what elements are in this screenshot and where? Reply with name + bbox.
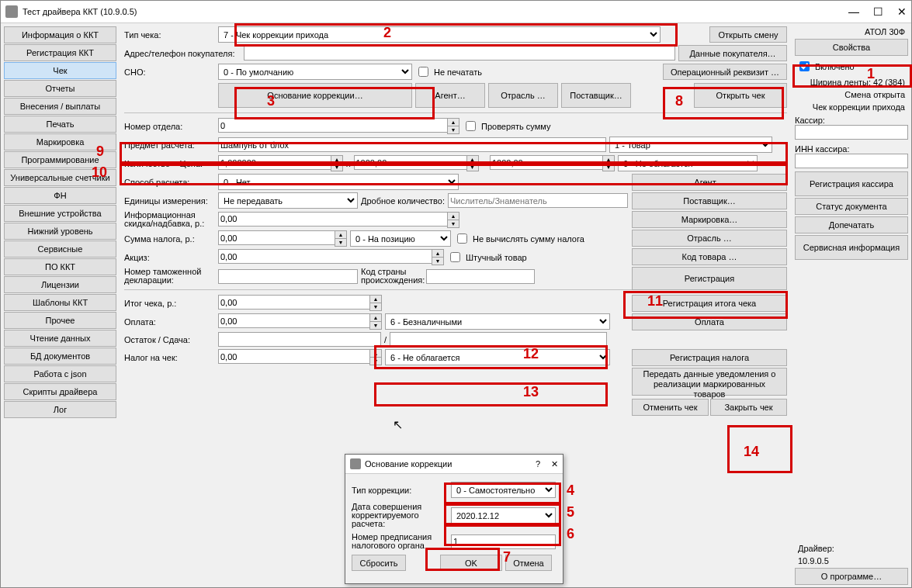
payment-input[interactable] xyxy=(218,313,369,328)
cashier-input[interactable] xyxy=(795,125,908,140)
prescr-num-input[interactable] xyxy=(451,534,556,549)
agent2-button[interactable]: Агент… xyxy=(632,174,787,191)
dialog-help-button[interactable]: ? xyxy=(536,459,540,469)
oper-req-button[interactable]: Операционный реквизит … xyxy=(663,64,787,80)
sidebar-item[interactable]: Сервисные xyxy=(4,240,116,258)
correction-basis-button[interactable]: Основание коррекции… xyxy=(218,83,412,108)
tax-select[interactable]: 6 - Не облагается xyxy=(618,155,758,171)
about-button[interactable]: О программе… xyxy=(795,568,908,585)
sum-input[interactable] xyxy=(490,155,602,170)
nocalctax-checkbox[interactable]: Не вычислять сумму налога xyxy=(454,231,584,246)
close-cheque-button[interactable]: Закрыть чек xyxy=(710,399,787,416)
price-input[interactable] xyxy=(354,155,466,170)
infodisc-input[interactable] xyxy=(218,212,447,227)
sidebar-item[interactable]: Информация о ККТ xyxy=(4,26,116,43)
sidebar-item[interactable]: Прочее xyxy=(4,312,116,329)
paytype-select[interactable]: 6 - Безналичными xyxy=(385,313,610,330)
close-button[interactable]: ✕ xyxy=(897,5,907,18)
excise-input[interactable] xyxy=(218,249,432,264)
supplier2-button[interactable]: Поставщик… xyxy=(632,192,787,209)
change1-input[interactable] xyxy=(218,332,381,347)
maximize-button[interactable]: ☐ xyxy=(873,5,883,18)
dialog-cancel-button[interactable]: Отмена xyxy=(505,555,552,571)
industry2-button[interactable]: Отрасль … xyxy=(632,230,787,247)
enabled-checkbox[interactable]: Включено xyxy=(795,57,908,75)
sidebar-item[interactable]: Шаблоны ККТ xyxy=(4,294,116,311)
sidebar-item[interactable]: Печать xyxy=(4,116,116,133)
dialog-reset-button[interactable]: Сбросить xyxy=(352,555,406,571)
sidebar-item[interactable]: Внесения / выплаты xyxy=(4,98,116,115)
sidebar-item[interactable]: Лог xyxy=(4,401,116,418)
main-panel: Тип чека: 7 - Чек коррекции прихода Откр… xyxy=(120,23,792,588)
unit-select[interactable]: Не передавать xyxy=(218,192,358,209)
no-print-checkbox[interactable]: Не печатать xyxy=(415,64,482,79)
properties-button[interactable]: Свойства xyxy=(795,39,908,56)
sidebar-item[interactable]: ПО ККТ xyxy=(4,258,116,275)
regtax-button[interactable]: Регистрация налога xyxy=(632,349,787,366)
industry-button[interactable]: Отрасль … xyxy=(488,83,558,108)
supplier-button[interactable]: Поставщик… xyxy=(561,83,631,108)
dept-input[interactable] xyxy=(218,118,447,133)
register-button[interactable]: Регистрация xyxy=(632,267,787,290)
app-window: Тест драйвера ККТ (10.9.0.5) — ☐ ✕ Инфор… xyxy=(0,0,912,588)
doc-status-button[interactable]: Статус документа xyxy=(795,198,908,215)
buyer-input[interactable] xyxy=(244,46,675,61)
senddata-button[interactable]: Передать данные уведомления о реализации… xyxy=(632,368,787,396)
taxpos-select[interactable]: 0 - На позицию xyxy=(350,230,451,247)
dialog-ok-button[interactable]: OK xyxy=(440,555,502,571)
piece-checkbox[interactable]: Штучный товар xyxy=(447,250,527,265)
subject-input[interactable] xyxy=(218,137,606,152)
qty-input[interactable] xyxy=(218,155,331,170)
change2-input[interactable] xyxy=(390,332,607,347)
paymethod-select[interactable]: 0 - Нет xyxy=(218,174,459,190)
reg-cashier-button[interactable]: Регистрация кассира xyxy=(795,171,908,196)
sidebar-item[interactable]: Нижний уровень xyxy=(4,223,116,240)
subject-type-select[interactable]: 1 - Товар xyxy=(609,137,772,153)
right-panel: АТОЛ 30Ф Свойства Включено Ширина ленты:… xyxy=(792,23,911,588)
agent-button[interactable]: Агент… xyxy=(415,83,485,108)
sidebar-item[interactable]: Работа с json xyxy=(4,365,116,382)
dept-spinner[interactable]: ▲▼ xyxy=(447,118,459,134)
cheque-type-select[interactable]: 7 - Чек коррекции прихода xyxy=(218,26,661,43)
sidebar: Информация о ККТ Регистрация ККТ Чек Отч… xyxy=(1,23,120,588)
label-sno: СНО: xyxy=(124,67,215,77)
buyer-data-button[interactable]: Данные покупателя… xyxy=(678,45,787,61)
origin-input[interactable] xyxy=(426,269,535,284)
open-shift-button[interactable]: Открыть смену xyxy=(709,26,787,43)
reprint-button[interactable]: Допечатать xyxy=(795,216,908,233)
taxtype2-select[interactable]: 6 - Не облагается xyxy=(385,349,610,365)
marking-button[interactable]: Маркировка… xyxy=(632,211,787,228)
cashier-inn-input[interactable] xyxy=(795,154,908,168)
sidebar-item-cheque[interactable]: Чек xyxy=(4,62,116,79)
label-corr-type: Тип коррекции: xyxy=(352,486,451,495)
sidebar-item[interactable]: ФН xyxy=(4,187,116,204)
corr-type-select[interactable]: 0 - Самостоятельно xyxy=(451,482,556,498)
sidebar-item[interactable]: БД документов xyxy=(4,348,116,365)
sidebar-item[interactable]: Отчеты xyxy=(4,80,116,97)
dialog-icon xyxy=(350,458,361,469)
sidebar-item[interactable]: Регистрация ККТ xyxy=(4,44,116,61)
label-cashier: Кассир: xyxy=(795,116,825,125)
taxoncheque-input[interactable] xyxy=(218,349,369,364)
sidebar-item[interactable]: Лицензии xyxy=(4,276,116,293)
sidebar-item[interactable]: Внешние устройства xyxy=(4,205,116,222)
service-info-button[interactable]: Сервисная информация xyxy=(795,235,908,260)
sno-select[interactable]: 0 - По умолчанию xyxy=(218,64,412,80)
fracqty-input[interactable] xyxy=(448,193,628,208)
open-cheque-button[interactable]: Открыть чек xyxy=(694,83,787,108)
driver-label: Драйвер: xyxy=(795,543,908,554)
total-input[interactable] xyxy=(218,295,369,310)
pay-button[interactable]: Оплата xyxy=(632,313,787,330)
customs-input[interactable] xyxy=(218,269,358,284)
corr-date-select[interactable]: 2020.12.12 xyxy=(451,507,556,524)
cancel-cheque-button[interactable]: Отменить чек xyxy=(632,399,709,416)
sidebar-item[interactable]: Скрипты драйвера xyxy=(4,383,116,400)
sidebar-item[interactable]: Чтение данных xyxy=(4,330,116,347)
shift-status: Смена открыта xyxy=(795,89,908,100)
dialog-close-button[interactable]: ✕ xyxy=(551,459,558,469)
minimize-button[interactable]: — xyxy=(848,5,859,18)
taxsum-input[interactable] xyxy=(218,230,335,245)
goodscode-button[interactable]: Код товара … xyxy=(632,248,787,265)
label-buyer: Адрес/телефон покупателя: xyxy=(124,49,241,58)
checksum-checkbox[interactable]: Проверять сумму xyxy=(463,119,550,133)
